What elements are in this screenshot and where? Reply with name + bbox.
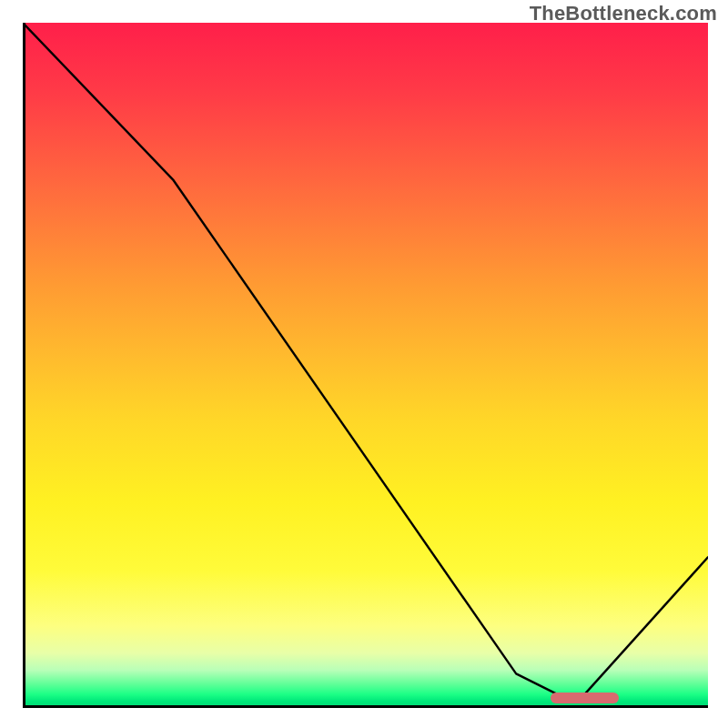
plot-area xyxy=(23,23,708,708)
optimal-range-marker xyxy=(551,693,619,703)
curve-path xyxy=(23,23,708,694)
x-axis xyxy=(23,705,708,708)
y-axis xyxy=(23,23,25,708)
bottleneck-curve xyxy=(23,23,708,708)
chart-container: TheBottleneck.com xyxy=(0,0,728,728)
